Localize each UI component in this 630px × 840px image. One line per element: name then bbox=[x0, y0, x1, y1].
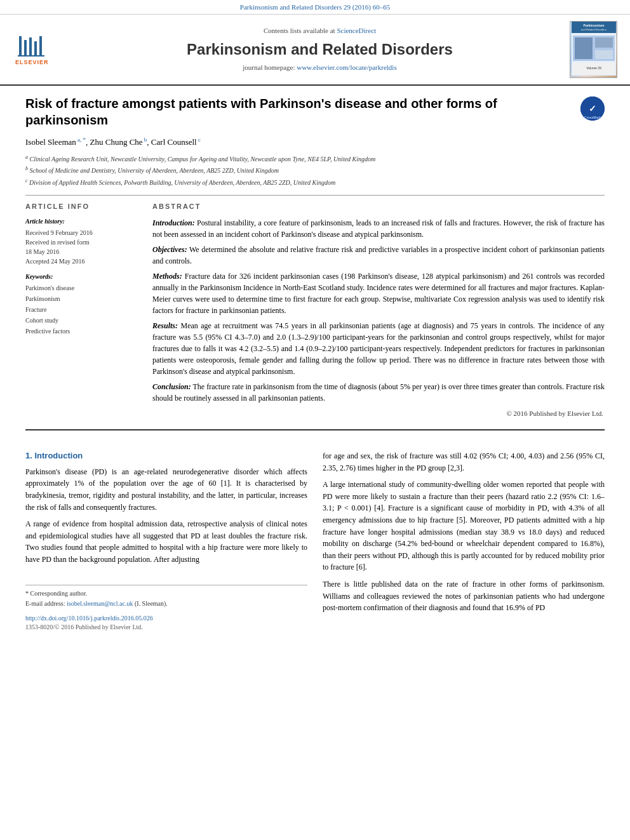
keywords-list: Parkinson's disease Parkinsonism Fractur… bbox=[25, 283, 140, 337]
abstract-conclusion: Conclusion: The fracture rate in parkins… bbox=[152, 381, 605, 404]
keyword-5: Predictive factors bbox=[25, 326, 140, 337]
right-para-1: for age and sex, the risk of fracture wa… bbox=[323, 450, 605, 474]
svg-rect-0 bbox=[19, 36, 22, 55]
journal-title: Parkinsonism and Related Disorders bbox=[70, 39, 570, 61]
keyword-1: Parkinson's disease bbox=[25, 283, 140, 293]
svg-text:✓: ✓ bbox=[589, 103, 596, 114]
revised-date: 18 May 2016 bbox=[25, 247, 140, 257]
article-title-text: Risk of fracture amongst patients with P… bbox=[25, 95, 574, 128]
email-name: (I. Sleeman). bbox=[135, 600, 168, 607]
objectives-label: Objectives: bbox=[152, 245, 187, 254]
article-title-row: Risk of fracture amongst patients with P… bbox=[25, 95, 605, 128]
info-abstract-row: ARTICLE INFO Article history: Received 9… bbox=[25, 202, 605, 419]
article-main: Risk of fracture amongst patients with P… bbox=[0, 86, 630, 450]
svg-rect-13 bbox=[595, 37, 613, 48]
intro-para-2: A range of evidence from hospital admiss… bbox=[25, 518, 307, 565]
author-2-super: b bbox=[143, 137, 147, 143]
email-label: E-mail address: bbox=[25, 600, 65, 607]
abstract-intro: Introduction: Postural instability, a co… bbox=[152, 217, 605, 240]
abstract-heading: ABSTRACT bbox=[152, 202, 605, 212]
keyword-2: Parkinsonism bbox=[25, 293, 140, 304]
affiliation-c: c Division of Applied Health Sciences, P… bbox=[25, 177, 605, 187]
body-separator bbox=[25, 429, 605, 430]
objectives-text: We determined the absolute and relative … bbox=[152, 245, 605, 265]
affiliation-b: b School of Medicine and Dentistry, Univ… bbox=[25, 165, 605, 175]
corresponding-author-note: * Corresponding author. bbox=[25, 589, 307, 599]
article-info-col: ARTICLE INFO Article history: Received 9… bbox=[25, 202, 140, 419]
affiliation-a: a Clinical Ageing Research Unit, Newcast… bbox=[25, 154, 605, 164]
svg-rect-14 bbox=[595, 50, 613, 59]
svg-rect-12 bbox=[575, 37, 593, 59]
abstract-methods: Methods: Fracture data for 326 incident … bbox=[152, 270, 605, 316]
crossmark-badge[interactable]: ✓ CrossMark bbox=[580, 97, 605, 121]
journal-citation-text: Parkinsonism and Related Disorders 29 (2… bbox=[240, 3, 390, 11]
results-text: Mean age at recruitment was 74.5 years i… bbox=[152, 321, 605, 376]
info-separator bbox=[25, 195, 605, 196]
journal-citation-bar: Parkinsonism and Related Disorders 29 (2… bbox=[0, 0, 630, 15]
doi-line: http://dx.doi.org/10.1016/j.parkreldis.2… bbox=[25, 614, 307, 623]
crossmark-icon: ✓ CrossMark bbox=[580, 97, 605, 121]
abstract-objectives: Objectives: We determined the absolute a… bbox=[152, 244, 605, 267]
journal-cover-image: Parkinsonism and Related Disorders Volum… bbox=[570, 21, 617, 78]
results-label: Results: bbox=[152, 321, 178, 330]
author-2-name: Zhu Chung Che bbox=[90, 137, 143, 147]
article-info-heading: ARTICLE INFO bbox=[25, 202, 140, 212]
authors-line: Isobel Sleeman a, *, Zhu Chung Che b, Ca… bbox=[25, 136, 605, 149]
abstract-col: ABSTRACT Introduction: Postural instabil… bbox=[152, 202, 605, 419]
revised-label: Received in revised form bbox=[25, 237, 140, 247]
right-para-3: There is little published data on the ra… bbox=[323, 578, 605, 614]
intro-para-1: Parkinson's disease (PD) is an age-relat… bbox=[25, 466, 307, 513]
svg-rect-2 bbox=[29, 37, 32, 55]
keyword-3: Fracture bbox=[25, 304, 140, 315]
svg-text:Volume 29: Volume 29 bbox=[586, 66, 601, 70]
intro-label: Introduction: bbox=[152, 218, 195, 227]
body-left-col: 1. Introduction Parkinson's disease (PD)… bbox=[25, 450, 307, 632]
body-content: 1. Introduction Parkinson's disease (PD)… bbox=[0, 450, 630, 632]
svg-rect-5 bbox=[18, 55, 44, 57]
body-right-col: for age and sex, the risk of fracture wa… bbox=[323, 450, 605, 632]
intro-text: Postural instability, a core feature of … bbox=[152, 218, 605, 239]
affiliations-block: a Clinical Ageing Research Unit, Newcast… bbox=[25, 154, 605, 187]
right-para-2: A large international study of community… bbox=[323, 479, 605, 573]
keyword-4: Cohort study bbox=[25, 315, 140, 326]
conclusion-label: Conclusion: bbox=[152, 382, 191, 391]
received-date: Received 9 February 2016 bbox=[25, 228, 140, 237]
author-3-super: c bbox=[197, 137, 201, 143]
svg-text:Parkinsonism: Parkinsonism bbox=[583, 23, 604, 27]
author-3-name: Carl Counsell bbox=[151, 137, 197, 147]
contents-available-line: Contents lists available at ScienceDirec… bbox=[70, 26, 570, 36]
svg-rect-3 bbox=[34, 41, 37, 55]
elsevier-logo: ELSEVIER bbox=[13, 31, 70, 68]
conclusion-text: The fracture rate in parkinsonism from t… bbox=[152, 382, 605, 403]
keywords-label: Keywords: bbox=[25, 272, 140, 282]
abstract-results: Results: Mean age at recruitment was 74.… bbox=[152, 320, 605, 377]
svg-rect-1 bbox=[24, 40, 27, 55]
accepted-date: Accepted 24 May 2016 bbox=[25, 257, 140, 266]
journal-homepage-link[interactable]: www.elsevier.com/locate/parkreldis bbox=[297, 63, 397, 71]
journal-homepage-line: journal homepage: www.elsevier.com/locat… bbox=[70, 63, 570, 73]
author-1-name: Isobel Sleeman bbox=[25, 137, 76, 147]
journal-header-center: Contents lists available at ScienceDirec… bbox=[70, 26, 570, 74]
email-footnote: E-mail address: isobel.sleeman@ncl.ac.uk… bbox=[25, 599, 307, 609]
issn-line: 1353-8020/© 2016 Published by Elsevier L… bbox=[25, 623, 307, 632]
article-history-label: Article history: bbox=[25, 217, 140, 227]
svg-text:CrossMark: CrossMark bbox=[584, 116, 601, 119]
author-1-super: a, * bbox=[76, 137, 86, 143]
svg-rect-4 bbox=[39, 36, 42, 55]
sciencedirect-link[interactable]: ScienceDirect bbox=[337, 27, 376, 34]
email-link[interactable]: isobel.sleeman@ncl.ac.uk bbox=[67, 600, 133, 607]
intro-section-heading: 1. Introduction bbox=[25, 450, 307, 462]
journal-header: ELSEVIER Contents lists available at Sci… bbox=[0, 15, 630, 86]
methods-text: Fracture data for 326 incident parkinson… bbox=[152, 272, 605, 315]
doi-link[interactable]: http://dx.doi.org/10.1016/j.parkreldis.2… bbox=[25, 615, 153, 622]
svg-text:ELSEVIER: ELSEVIER bbox=[15, 59, 49, 65]
svg-text:and Related Disorders: and Related Disorders bbox=[581, 28, 607, 31]
footnote-area: * Corresponding author. E-mail address: … bbox=[25, 585, 307, 609]
copyright-line: © 2016 Published by Elsevier Ltd. bbox=[152, 409, 605, 419]
methods-label: Methods: bbox=[152, 272, 182, 281]
